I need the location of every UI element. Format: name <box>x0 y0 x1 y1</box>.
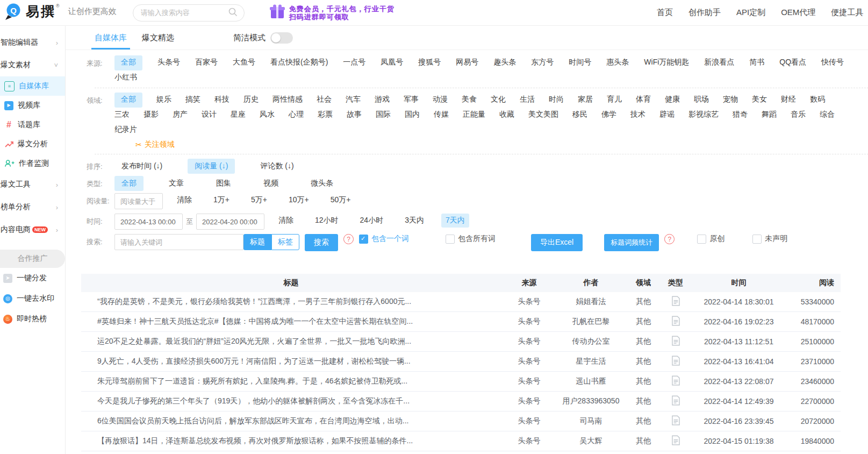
domain-option[interactable]: 宠物 <box>723 93 738 108</box>
row-title-link[interactable]: 6位美国国会议员前天晚上抵台访问后，解放军东部战区昨天宣布，在台湾周边海空域，出… <box>97 416 408 426</box>
source-option[interactable]: 简书 <box>749 55 764 70</box>
table-row[interactable]: 9人死亡，4人受伤，直接经济损失600万元！河南信阳，为了运送一批建材，谢松松驾… <box>81 352 841 372</box>
domain-option[interactable]: 汽车 <box>346 93 361 108</box>
time-from-input[interactable] <box>114 214 183 230</box>
type-option[interactable]: 微头条 <box>304 176 340 191</box>
type-option[interactable]: 视频 <box>256 176 285 191</box>
search-mode-title-button[interactable]: 标题 <box>243 234 271 250</box>
reads-preset[interactable]: 10万+ <box>284 193 313 207</box>
type-option[interactable]: 文章 <box>162 176 191 191</box>
search-icon[interactable] <box>228 8 238 18</box>
domain-option[interactable]: 科技 <box>214 93 229 108</box>
source-option[interactable]: 百家号 <box>195 55 218 70</box>
sidebar-item-hot-material[interactable]: 爆文素材 ˅ <box>0 54 65 76</box>
source-option[interactable]: 时间号 <box>569 55 591 70</box>
time-preset[interactable]: 7天内 <box>441 214 469 228</box>
sidebar-item-hot-analysis[interactable]: 爆文分析 <box>0 134 65 154</box>
row-author[interactable]: 遥山书雁 <box>557 377 625 386</box>
reads-preset[interactable]: 1万+ <box>209 193 234 207</box>
sort-option[interactable]: 评论数 (↓) <box>253 159 300 174</box>
nav-home[interactable]: 首页 <box>657 8 673 18</box>
sort-option[interactable]: 发布时间 (↓) <box>114 159 169 174</box>
table-row[interactable]: “我存的是英镑，不是美元，银行必须给我英镑！”江西鹰潭，一男子三年前到银行存入6… <box>81 292 841 312</box>
original-checkbox[interactable] <box>697 235 706 244</box>
domain-option[interactable]: 美食 <box>462 93 477 108</box>
domain-option[interactable]: 历史 <box>243 93 259 108</box>
domain-option[interactable]: 家居 <box>578 93 593 108</box>
source-option[interactable]: 惠头条 <box>606 55 629 70</box>
table-row[interactable]: 朱元璋驾崩前留下了一道遗旨：赐死所有嫔妃，入皇陵殉.葬。于是，46名嫔妃被侍卫勒… <box>81 372 841 392</box>
time-to-input[interactable] <box>196 214 264 230</box>
help-icon[interactable]: ? <box>343 234 354 244</box>
domain-option[interactable]: 健康 <box>665 93 680 108</box>
logo[interactable]: Q 易撰 ® 让创作更高效 <box>0 2 117 23</box>
tab-media-library[interactable]: 自媒体库 <box>95 26 127 49</box>
nav-creation-assistant[interactable]: 创作助手 <box>688 8 721 18</box>
header-search[interactable] <box>133 4 245 22</box>
source-option[interactable]: 快传号 <box>821 55 844 70</box>
domain-option[interactable]: 文化 <box>491 93 506 108</box>
domain-option[interactable]: 社会 <box>317 93 332 108</box>
domain-option[interactable]: 风水 <box>260 108 275 123</box>
sidebar-item-hot-tools[interactable]: 爆文工具 › <box>0 173 65 196</box>
domain-option[interactable]: 时尚 <box>549 93 564 108</box>
domain-option[interactable]: 娱乐 <box>156 93 171 108</box>
table-row[interactable]: 【再放狠话】14日，泽连斯基总统发布视频，再次对俄罗斯放狠话称，如果不按照基辅的… <box>81 431 841 451</box>
row-title-link[interactable]: 9人死亡，4人受伤，直接经济损失600万元！河南信阳，为了运送一批建材，谢松松驾… <box>97 357 411 366</box>
nav-api-custom[interactable]: API定制 <box>736 8 765 18</box>
source-option[interactable]: 头条号 <box>157 55 180 70</box>
domain-option[interactable]: 育儿 <box>607 93 622 108</box>
row-author[interactable]: 孔帆在巴黎 <box>557 317 625 327</box>
row-author[interactable]: 司马南 <box>557 416 625 426</box>
domain-option[interactable]: 纪录片 <box>114 123 137 138</box>
search-mode-tag-button[interactable]: 标签 <box>271 234 299 250</box>
domain-option[interactable]: 设计 <box>202 108 217 123</box>
source-option[interactable]: 小红书 <box>114 70 137 86</box>
follow-domains-link[interactable]: ✂ 关注领域 <box>135 140 868 150</box>
domain-option[interactable]: 军事 <box>404 93 419 108</box>
domain-option[interactable]: 收藏 <box>499 108 514 123</box>
domain-option[interactable]: 财经 <box>781 93 796 108</box>
row-author[interactable]: 星宇生活 <box>557 357 625 366</box>
row-title-link[interactable]: #英雄归来！神十三航天员抵达北京#【德媒：中国将成为唯一一个在太空中运营长期在轨… <box>97 317 413 327</box>
sidebar-item-topic-library[interactable]: # 话题库 <box>0 115 65 134</box>
domain-option[interactable]: 技术 <box>630 108 645 123</box>
sidebar-item-realtime-hotlist[interactable]: ♨ 即时热榜 <box>0 309 65 329</box>
sidebar-item-content-ecommerce[interactable]: 内容电商 NEW › <box>0 218 65 241</box>
row-author[interactable]: 吴大辉 <box>557 436 625 446</box>
domain-option[interactable]: 彩票 <box>318 108 333 123</box>
domain-option[interactable]: 佛学 <box>601 108 616 123</box>
keyword-input[interactable] <box>114 234 243 250</box>
nav-oem-agent[interactable]: OEM代理 <box>781 8 815 18</box>
source-option[interactable]: 趣头条 <box>493 55 516 70</box>
domain-option[interactable]: 星座 <box>231 108 246 123</box>
sidebar-item-ranking-analysis[interactable]: 榜单分析 › <box>0 196 65 218</box>
source-option[interactable]: WiFi万能钥匙 <box>644 55 689 70</box>
time-preset[interactable]: 3天内 <box>400 214 428 228</box>
promo-banner[interactable]: 免费会员，千元礼包，行业干货 扫码进群即可领取 <box>269 4 394 22</box>
title-word-frequency-button[interactable]: 标题词频统计 <box>604 234 659 251</box>
source-option[interactable]: 凤凰号 <box>381 55 403 70</box>
domain-option[interactable]: 两性情感 <box>272 93 303 108</box>
time-preset[interactable]: 24小时 <box>356 214 388 228</box>
search-button[interactable]: 搜索 <box>305 234 338 251</box>
source-option[interactable]: 新浪看点 <box>704 55 734 70</box>
domain-option[interactable]: 动漫 <box>433 93 448 108</box>
domain-option[interactable]: 搞笑 <box>185 93 200 108</box>
sidebar-item-media-library[interactable]: ≡ 自媒体库 <box>0 76 65 96</box>
row-title-link[interactable]: 【再放狠话】14日，泽连斯基总统发布视频，再次对俄罗斯放狠话称，如果不按照基辅的… <box>97 436 413 446</box>
row-title-link[interactable]: 运20不足之处暴露。最近我们的“胖妞”运20风光无限，火遍了全世界，一批又一批地… <box>97 337 411 346</box>
domain-option[interactable]: 传媒 <box>434 108 449 123</box>
time-preset[interactable]: 12小时 <box>311 214 343 228</box>
domain-option[interactable]: 综合 <box>820 108 835 123</box>
undeclared-checkbox[interactable] <box>752 235 762 244</box>
domain-option[interactable]: 游戏 <box>375 93 390 108</box>
reads-preset[interactable]: 清除 <box>173 193 196 207</box>
domain-option[interactable]: 移民 <box>572 108 587 123</box>
row-title-link[interactable]: 今天是我儿子惨死的第三个年头了（919天），他幼小的躯体被解剖两次，至今含冤冰冻… <box>97 396 410 406</box>
sidebar-item-smart-editor[interactable]: 智能编辑器 › <box>0 31 65 54</box>
row-title-link[interactable]: 朱元璋驾崩前留下了一道遗旨：赐死所有嫔妃，入皇陵殉.葬。于是，46名嫔妃被侍卫勒… <box>97 377 407 386</box>
contain-any-checkbox[interactable] <box>359 235 368 244</box>
export-excel-button[interactable]: 导出Excel <box>531 234 583 251</box>
help-icon[interactable]: ? <box>664 234 675 244</box>
